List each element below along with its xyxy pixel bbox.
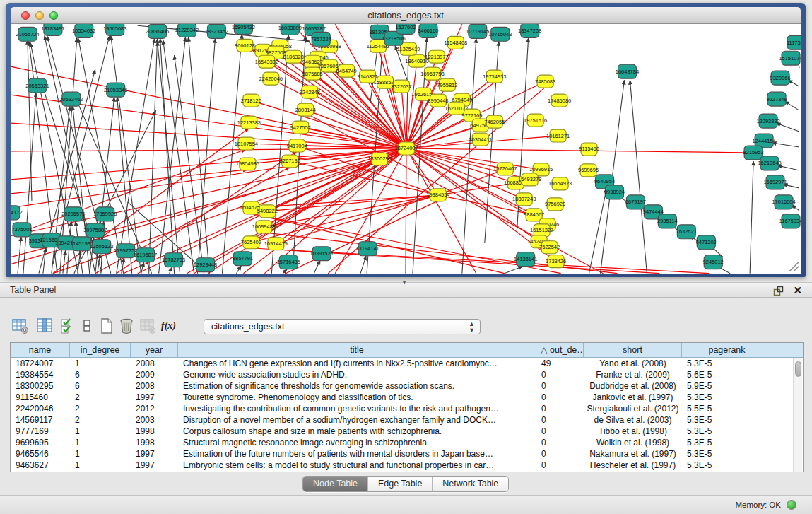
graph-edge[interactable] bbox=[310, 92, 406, 148]
graph-node-label: 7522542 bbox=[539, 244, 560, 250]
table-cell: 1 bbox=[70, 358, 131, 369]
graph-node-label: 8454749 bbox=[336, 68, 357, 74]
table-row[interactable]: 2242004622012Investigating the contribut… bbox=[11, 403, 803, 414]
column-header-title[interactable]: title bbox=[178, 343, 536, 358]
graph-edge[interactable] bbox=[505, 267, 523, 274]
row-checks-icon[interactable] bbox=[58, 317, 76, 335]
graph-node-label: 10554032 bbox=[72, 28, 95, 34]
table-panel-body: f(x) citations_edges.txt ▲▼ namein_degre… bbox=[0, 298, 812, 495]
table-row[interactable]: 946554611997Estimation of the future num… bbox=[11, 448, 803, 460]
graph-node-label: 21229342 bbox=[175, 27, 199, 33]
graph-node-label: 16151327 bbox=[530, 227, 553, 233]
graph-node-label: 16648784 bbox=[616, 69, 639, 75]
graph-edge[interactable] bbox=[462, 38, 476, 273]
select-column-icon[interactable] bbox=[35, 317, 54, 335]
graph-edge[interactable] bbox=[784, 101, 799, 110]
table-row[interactable]: 946362711997Embryonic stem cells: a mode… bbox=[11, 460, 803, 471]
graph-edge[interactable] bbox=[63, 250, 66, 274]
table-row[interactable]: 969969511998Structural magnetic resonanc… bbox=[11, 437, 803, 448]
graph-edge[interactable] bbox=[589, 188, 607, 274]
graph-edge[interactable] bbox=[750, 161, 753, 274]
graph-node-label: 9875685 bbox=[302, 71, 323, 77]
graph-node-label: 18347208 bbox=[518, 28, 541, 34]
graph-node-label: 7857224 bbox=[311, 36, 331, 42]
splitter-grip-icon[interactable]: ▾ bbox=[403, 281, 410, 285]
table-cell: 19384554 bbox=[11, 369, 70, 380]
table-cell: Changes of HCN gene expression and I(f) … bbox=[178, 358, 536, 369]
graph-edge[interactable] bbox=[438, 169, 505, 195]
graph-node-label: 12093832 bbox=[756, 118, 779, 124]
stacked-rows-icon[interactable] bbox=[78, 317, 96, 335]
graph-node-label: 19565683 bbox=[103, 25, 126, 32]
graph-node-label: 18807243 bbox=[512, 196, 536, 202]
scrollbar-thumb[interactable] bbox=[795, 361, 801, 377]
graph-edge[interactable] bbox=[360, 256, 366, 274]
close-panel-icon[interactable]: ✕ bbox=[793, 284, 802, 297]
table-cell: 1 bbox=[70, 426, 131, 437]
graph-edge[interactable] bbox=[11, 149, 246, 236]
graph-edge[interactable] bbox=[776, 123, 799, 132]
column-header-year[interactable]: year bbox=[131, 343, 178, 358]
column-header-indegree[interactable]: in_degree bbox=[70, 343, 131, 358]
column-header-short[interactable]: short bbox=[584, 343, 682, 358]
float-panel-icon[interactable] bbox=[773, 286, 784, 296]
trash-icon[interactable] bbox=[117, 317, 136, 335]
table-row[interactable]: 1872400712008Changes of HCN gene express… bbox=[11, 358, 803, 369]
table-cell: 0 bbox=[536, 403, 584, 414]
network-graph[interactable]: 8660128891295418226058982750816543382818… bbox=[11, 24, 801, 274]
graph-node-label: 13194141 bbox=[355, 245, 379, 252]
graph-node-label: 20364411 bbox=[469, 136, 492, 143]
table-settings-icon[interactable] bbox=[11, 317, 30, 335]
table-row[interactable]: 1938455462009Genome-wide association stu… bbox=[11, 369, 803, 380]
graph-edge[interactable] bbox=[266, 62, 406, 148]
delete-table-icon[interactable] bbox=[139, 317, 157, 335]
vertical-scrollbar[interactable] bbox=[793, 358, 802, 472]
network-canvas[interactable]: 8660128891295418226058982750816543382818… bbox=[11, 24, 801, 274]
tab-node-table[interactable]: Node Table bbox=[303, 477, 367, 491]
graph-edge[interactable] bbox=[222, 34, 242, 273]
table-cell: Franke et al. (2009) bbox=[584, 369, 682, 380]
graph-edge[interactable] bbox=[43, 247, 46, 274]
function-builder-icon[interactable]: f(x) bbox=[161, 317, 185, 335]
graph-edge[interactable] bbox=[276, 250, 709, 274]
table-cell: 0 bbox=[536, 414, 584, 426]
column-header-pagerank[interactable]: pagerank bbox=[682, 343, 772, 358]
table-cell: 1 bbox=[70, 460, 131, 471]
tab-network-table[interactable]: Network Table bbox=[432, 477, 508, 491]
graph-edge[interactable] bbox=[170, 267, 172, 274]
table-cell: Jankovic et al. (1997) bbox=[584, 392, 682, 403]
column-header-outde[interactable]: △ out_de… bbox=[536, 343, 584, 358]
graph-edge[interactable] bbox=[314, 260, 320, 274]
graph-node-label: 6679197 bbox=[625, 199, 646, 205]
graph-node-label: 12444154 bbox=[752, 138, 775, 144]
node-attribute-table: namein_degreeyeartitle△ out_de…shortpage… bbox=[10, 342, 804, 472]
table-row[interactable]: 977716911998Corpus callosum shape and si… bbox=[11, 426, 803, 437]
table-cell: 9465546 bbox=[11, 448, 70, 460]
graph-edge[interactable] bbox=[28, 40, 32, 201]
new-document-icon[interactable] bbox=[98, 317, 116, 335]
graph-edge[interactable] bbox=[11, 148, 406, 151]
table-cell: Nakamura et al. (1997) bbox=[584, 448, 682, 460]
table-cell: 0 bbox=[536, 380, 584, 392]
column-header-name[interactable]: name bbox=[11, 343, 70, 358]
table-row[interactable]: 1456911722003Disruption of a novel membe… bbox=[11, 414, 803, 426]
graph-node-label: 18323452 bbox=[205, 28, 228, 35]
graph-node-label: 9640954 bbox=[594, 178, 615, 185]
network-window-titlebar[interactable]: citations_edges.txt bbox=[11, 7, 801, 24]
table-selector[interactable]: citations_edges.txt ▲▼ bbox=[204, 319, 481, 334]
graph-edge[interactable] bbox=[630, 80, 647, 274]
memory-ok-indicator[interactable] bbox=[787, 500, 796, 510]
graph-node-label: 16914479 bbox=[264, 240, 288, 247]
table-row[interactable]: 911546021997Tourette syndrome. Phenomeno… bbox=[11, 392, 803, 403]
resize-grip[interactable] bbox=[789, 262, 799, 271]
table-row[interactable]: 1830029562008Estimation of significance … bbox=[11, 380, 803, 392]
tab-edge-table[interactable]: Edge Table bbox=[367, 477, 432, 491]
table-cell: 0 bbox=[536, 426, 584, 437]
graph-node-label: 16961758 bbox=[420, 71, 444, 77]
graph-node-label: 10653287 bbox=[302, 25, 326, 32]
graph-edge[interactable] bbox=[236, 266, 241, 274]
graph-node-label: 12923448 bbox=[194, 262, 217, 268]
network-window[interactable]: citations_edges.txt 86601288912954182260… bbox=[6, 3, 806, 277]
graph-edge[interactable] bbox=[772, 143, 799, 147]
graph-edge[interactable] bbox=[141, 262, 144, 274]
